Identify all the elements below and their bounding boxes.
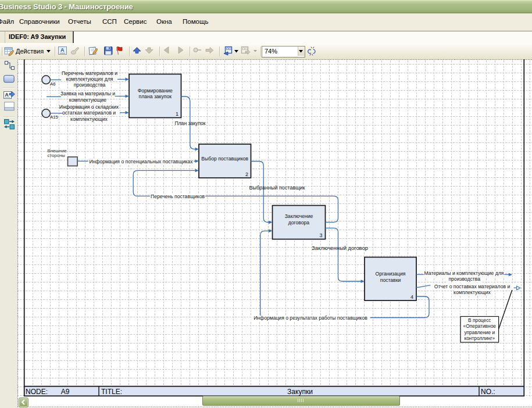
- svg-text:комплектующих для: комплектующих для: [66, 76, 113, 82]
- svg-text:Выбранный поставщик: Выбранный поставщик: [249, 185, 305, 191]
- svg-text:NO.:: NO.:: [481, 388, 495, 396]
- svg-text:стороны: стороны: [48, 153, 66, 158]
- svg-text:«Оперативное: «Оперативное: [463, 323, 497, 329]
- svg-text:комплектующих: комплектующих: [454, 289, 491, 295]
- svg-text:Формирование: Формирование: [138, 88, 173, 94]
- svg-text:поставки: поставки: [380, 277, 401, 283]
- svg-text:Перечень материалов и: Перечень материалов и: [62, 70, 117, 76]
- svg-text:4: 4: [410, 294, 413, 300]
- svg-text:А6: А6: [50, 81, 56, 87]
- svg-text:производства: производства: [448, 276, 480, 282]
- svg-text:A: A: [5, 92, 9, 98]
- svg-text:управление и: управление и: [464, 330, 495, 335]
- svg-text:A: A: [60, 47, 65, 53]
- svg-text:Информация о потенциальных пос: Информация о потенциальных поставщиках: [89, 159, 193, 164]
- svg-text:Отчет о поставках материалов и: Отчет о поставках материалов и: [434, 284, 510, 289]
- svg-text:Перечень поставщиков: Перечень поставщиков: [151, 194, 205, 199]
- svg-text:Заключение: Заключение: [285, 213, 313, 219]
- svg-text:В процесс: В процесс: [468, 317, 491, 323]
- svg-text:комплектующих: комплектующих: [70, 116, 108, 122]
- svg-text:Закупки: Закупки: [287, 388, 313, 396]
- svg-text:3: 3: [319, 232, 322, 238]
- svg-text:A9: A9: [61, 388, 70, 396]
- svg-text:договора: договора: [288, 220, 310, 226]
- svg-text:2: 2: [245, 171, 248, 177]
- svg-text:Информация о складских: Информация о складских: [59, 104, 119, 110]
- svg-text:Заявка на материалы и: Заявка на материалы и: [60, 91, 115, 96]
- svg-text:NODE:: NODE:: [26, 388, 48, 396]
- svg-text:остатках материалов и: остатках материалов и: [62, 110, 116, 116]
- svg-text:плана закупок: плана закупок: [139, 94, 172, 99]
- svg-text:Выбор поставщиков: Выбор поставщиков: [201, 156, 248, 162]
- svg-text:Материалы и комплектующие для: Материалы и комплектующие для: [424, 270, 504, 276]
- svg-text:Внешние: Внешние: [48, 148, 67, 153]
- svg-text:1: 1: [176, 111, 178, 117]
- svg-text:Информация о результатах работ: Информация о результатах работы поставщи…: [253, 315, 367, 321]
- svg-text:комплектующие: комплектующие: [69, 97, 106, 103]
- svg-text:План закупок: План закупок: [174, 120, 205, 126]
- svg-text:производства: производства: [74, 82, 106, 88]
- svg-text:А15: А15: [50, 114, 59, 120]
- svg-text:контроллинг»: контроллинг»: [464, 335, 495, 341]
- svg-text:Организация: Организация: [376, 271, 406, 277]
- svg-text:TITLE:: TITLE:: [101, 388, 122, 396]
- svg-text:Заключенный договор: Заключенный договор: [312, 245, 368, 251]
